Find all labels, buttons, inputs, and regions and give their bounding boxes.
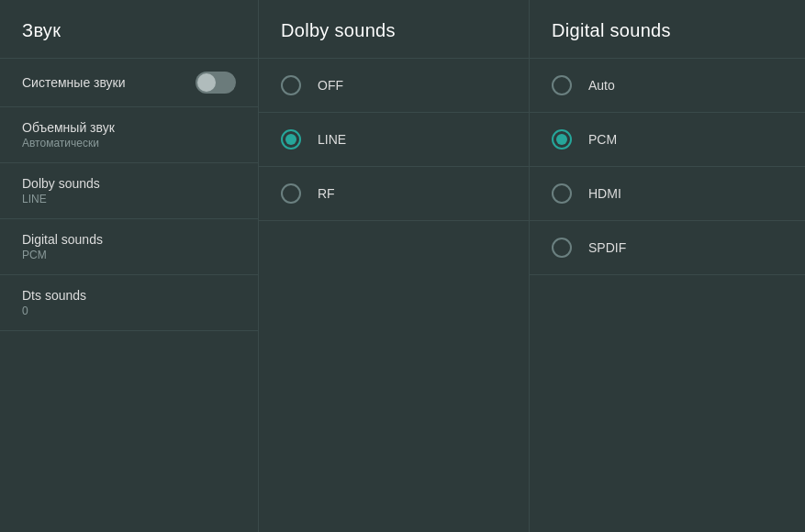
dolby-option-line-label: LINE — [318, 132, 346, 147]
digital-option-spdif-label: SPDIF — [588, 240, 626, 255]
toggle-knob — [197, 73, 216, 92]
middle-divider-3 — [259, 220, 529, 221]
digital-radio-auto[interactable] — [552, 75, 572, 95]
digital-option-hdmi-label: HDMI — [588, 186, 621, 201]
system-sounds-label: Системные звуки — [22, 75, 126, 90]
digital-radio-spdif[interactable] — [552, 238, 572, 258]
digital-radio-pcm[interactable] — [552, 129, 572, 150]
right-divider-4 — [530, 274, 805, 275]
dolby-option-off[interactable]: OFF — [259, 59, 529, 112]
sidebar-item-system-sounds[interactable]: Системные звуки — [0, 59, 258, 106]
dolby-option-off-label: OFF — [318, 78, 343, 93]
digital-option-auto[interactable]: Auto — [530, 59, 805, 112]
dolby-sounds-label: Dolby sounds — [22, 176, 236, 191]
dolby-radio-rf[interactable] — [281, 183, 301, 204]
sidebar-item-digital-sounds[interactable]: Digital sounds PCM — [0, 219, 258, 274]
right-panel: Digital sounds Auto PCM HDMI SPDIF — [530, 0, 805, 532]
right-panel-title: Digital sounds — [530, 0, 805, 58]
digital-option-auto-label: Auto — [588, 78, 615, 93]
dts-sounds-label: Dts sounds — [22, 288, 236, 303]
digital-sounds-label: Digital sounds — [22, 232, 236, 247]
surround-sound-sublabel: Автоматически — [22, 137, 236, 150]
sidebar-item-dts-sounds[interactable]: Dts sounds 0 — [0, 275, 258, 330]
digital-option-pcm[interactable]: PCM — [530, 113, 805, 166]
system-sounds-toggle[interactable] — [196, 72, 236, 94]
left-panel-title: Звук — [0, 0, 258, 58]
dolby-radio-off[interactable] — [281, 75, 301, 95]
dolby-option-rf[interactable]: RF — [259, 167, 529, 220]
dts-sounds-sublabel: 0 — [22, 305, 236, 317]
dolby-option-rf-label: RF — [318, 186, 335, 201]
digital-radio-hdmi[interactable] — [552, 183, 572, 204]
dolby-option-line[interactable]: LINE — [259, 113, 529, 166]
divider-5 — [0, 330, 258, 331]
left-panel: Звук Системные звуки Объемный звук Автом… — [0, 0, 259, 532]
middle-panel-title: Dolby sounds — [259, 0, 529, 58]
sidebar-item-dolby-sounds[interactable]: Dolby sounds LINE — [0, 163, 258, 218]
digital-sounds-sublabel: PCM — [22, 249, 236, 261]
sidebar-item-surround-sound[interactable]: Объемный звук Автоматически — [0, 107, 258, 162]
digital-option-spdif[interactable]: SPDIF — [530, 221, 805, 274]
dolby-sounds-sublabel: LINE — [22, 193, 236, 205]
dolby-radio-line[interactable] — [281, 129, 301, 150]
middle-panel: Dolby sounds OFF LINE RF — [259, 0, 530, 532]
surround-sound-label: Объемный звук — [22, 120, 236, 135]
digital-option-pcm-label: PCM — [588, 132, 617, 147]
digital-option-hdmi[interactable]: HDMI — [530, 167, 805, 220]
